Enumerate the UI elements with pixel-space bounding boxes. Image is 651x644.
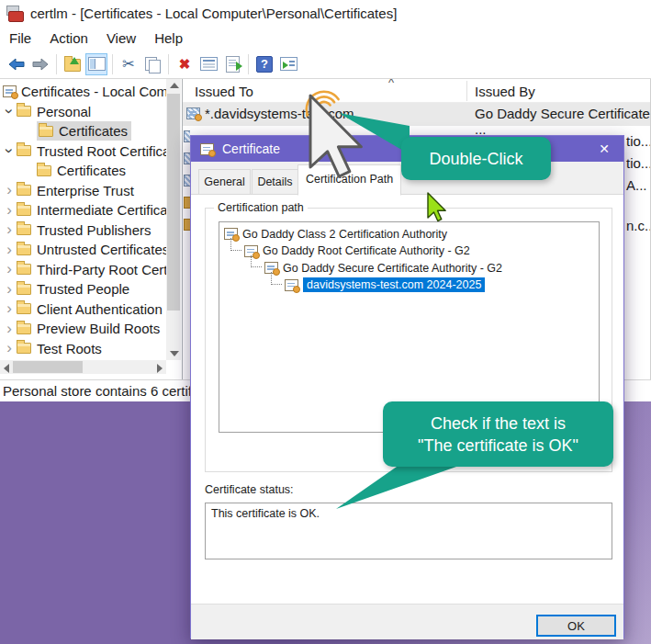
tree-item-enterprise-trust[interactable]: Enterprise Trust — [0, 181, 166, 201]
clipped-certificate-icon — [184, 219, 190, 231]
clipped-row-text: tio... — [626, 133, 651, 149]
chevron-right-icon[interactable] — [2, 283, 17, 296]
toolbar-separator — [248, 54, 249, 74]
console-tree-panel: Certificates - Local Comp Personal Certi… — [0, 79, 182, 379]
folder-icon — [17, 106, 31, 117]
certificate-icon — [285, 279, 298, 291]
path-item-godaddy-root-g2[interactable]: Go Daddy Root Certificate Authority - G2 — [244, 243, 470, 259]
scroll-down-icon[interactable] — [170, 351, 179, 356]
title-bar: certlm - [Certificates - Local Computer\… — [0, 0, 651, 26]
tree-item-trusted-root[interactable]: Trusted Root Certificat — [0, 141, 166, 162]
properties-icon[interactable] — [197, 53, 219, 75]
tree-root-label: Certificates - Local Comp — [21, 84, 175, 99]
scroll-left-icon[interactable] — [4, 364, 9, 373]
tree-item-trusted-people[interactable]: Trusted People — [0, 279, 166, 299]
dialog-title: Certificate — [222, 141, 280, 156]
copy-icon[interactable] — [141, 53, 163, 75]
scrollbar-thumb[interactable] — [13, 361, 83, 373]
show-console-tree-icon[interactable] — [85, 53, 107, 75]
tree-item-untrusted-certificates[interactable]: Untrusted Certificates — [0, 240, 166, 260]
chevron-right-icon[interactable] — [2, 204, 17, 217]
folder-icon — [17, 224, 31, 235]
tree-item-third-party-root[interactable]: Third-Party Root Certi — [0, 260, 166, 280]
path-item-godaddy-class2[interactable]: Go Daddy Class 2 Certification Authority — [224, 226, 447, 242]
chevron-right-icon[interactable] — [2, 243, 17, 256]
clipped-row-text: n.c... — [626, 218, 651, 233]
certificate-icon — [186, 107, 200, 119]
tree-item-personal-certificates[interactable]: Certificates — [0, 121, 166, 141]
certificate-status-label: Certificate status: — [205, 483, 294, 496]
list-header: ^ Issued To Issued By — [183, 79, 650, 103]
export-icon[interactable] — [221, 53, 243, 75]
scrollbar-thumb[interactable] — [167, 94, 180, 311]
tree-item-test-roots[interactable]: Test Roots — [0, 339, 166, 359]
folder-icon — [17, 264, 31, 275]
ok-button[interactable]: OK — [536, 615, 616, 637]
delete-icon[interactable]: ✖ — [174, 53, 196, 75]
column-issued-to[interactable]: Issued To — [195, 84, 253, 99]
menu-file[interactable]: File — [0, 28, 40, 49]
path-item-davidsystems-selected[interactable]: davidsystems-test.com 2024-2025 — [285, 277, 485, 293]
cut-icon[interactable]: ✂ — [118, 53, 140, 75]
groupbox-label: Certification path — [214, 201, 308, 214]
folder-icon — [17, 303, 31, 314]
certificates-snapin-icon — [3, 85, 17, 97]
chevron-down-icon[interactable] — [2, 144, 17, 157]
dialog-footer: OK — [191, 604, 623, 639]
tree-connector — [251, 255, 262, 268]
tree-horizontal-scrollbar[interactable] — [0, 360, 166, 374]
folder-icon — [17, 244, 31, 255]
menu-action[interactable]: Action — [40, 28, 97, 49]
help-icon[interactable]: ? — [253, 53, 275, 75]
chevron-right-icon[interactable] — [2, 342, 17, 355]
chevron-down-icon[interactable] — [2, 105, 17, 118]
tab-general[interactable]: General — [198, 169, 251, 195]
panel-splitter[interactable] — [182, 79, 183, 379]
tab-details[interactable]: Details — [252, 169, 298, 195]
issued-by-value: Go Daddy Secure Certificate ... — [475, 106, 650, 137]
chevron-right-icon[interactable] — [2, 322, 17, 335]
toolbar-separator — [112, 54, 113, 74]
forward-arrow-icon[interactable] — [29, 53, 51, 75]
toolbar-separator — [56, 54, 57, 74]
folder-icon — [37, 165, 51, 176]
tree-item-client-authentication[interactable]: Client Authentication — [0, 299, 166, 320]
certificate-row-davidsystems[interactable]: *.davidsystems-test.com Go Daddy Secure … — [183, 103, 650, 126]
back-arrow-icon[interactable] — [6, 53, 28, 75]
menu-bar: File Action View Help — [0, 26, 651, 50]
sort-ascending-icon: ^ — [388, 79, 394, 89]
menu-view[interactable]: View — [97, 28, 145, 49]
chevron-right-icon[interactable] — [2, 263, 17, 276]
certificate-dialog: Certificate ✕ General Details Certificat… — [190, 135, 624, 638]
tree-item-personal[interactable]: Personal — [0, 102, 166, 122]
column-separator[interactable] — [466, 81, 467, 101]
tree-item-intermediate[interactable]: Intermediate Certificat — [0, 200, 166, 220]
tree-connector — [230, 238, 241, 251]
certificate-icon — [200, 143, 214, 155]
tree-vertical-scrollbar[interactable] — [166, 79, 181, 360]
chevron-right-icon[interactable] — [2, 302, 17, 315]
certificate-status-box: This certificate is OK. — [205, 503, 612, 559]
screen: certlm - [Certificates - Local Computer\… — [0, 0, 651, 644]
scroll-right-icon[interactable] — [157, 364, 163, 373]
tree-item-trusted-publishers[interactable]: Trusted Publishers — [0, 220, 166, 241]
scroll-up-icon[interactable] — [170, 83, 179, 88]
selected-path-label: davidsystems-test.com 2024-2025 — [303, 277, 485, 292]
tree-item-trusted-root-certificates[interactable]: Certificates — [0, 161, 166, 181]
clipped-certificate-icon — [184, 175, 190, 186]
tree-item-preview-build-roots[interactable]: Preview Build Roots — [0, 319, 166, 339]
chevron-right-icon[interactable] — [2, 184, 17, 197]
column-issued-by[interactable]: Issued By — [475, 84, 535, 99]
folder-icon — [17, 145, 31, 156]
tab-certification-path[interactable]: Certification Path — [297, 164, 401, 196]
folder-icon — [17, 284, 31, 295]
close-icon[interactable]: ✕ — [585, 136, 623, 162]
tree-root-certificates-local-computer[interactable]: Certificates - Local Comp — [0, 82, 166, 102]
console-window-icon[interactable] — [277, 53, 299, 75]
folder-icon — [17, 323, 31, 334]
chevron-right-icon[interactable] — [2, 223, 17, 236]
menu-help[interactable]: Help — [145, 28, 192, 49]
path-item-godaddy-secure-g2[interactable]: Go Daddy Secure Certificate Authority - … — [264, 260, 502, 276]
certlm-app-icon — [6, 6, 23, 21]
up-folder-icon[interactable] — [62, 53, 84, 75]
